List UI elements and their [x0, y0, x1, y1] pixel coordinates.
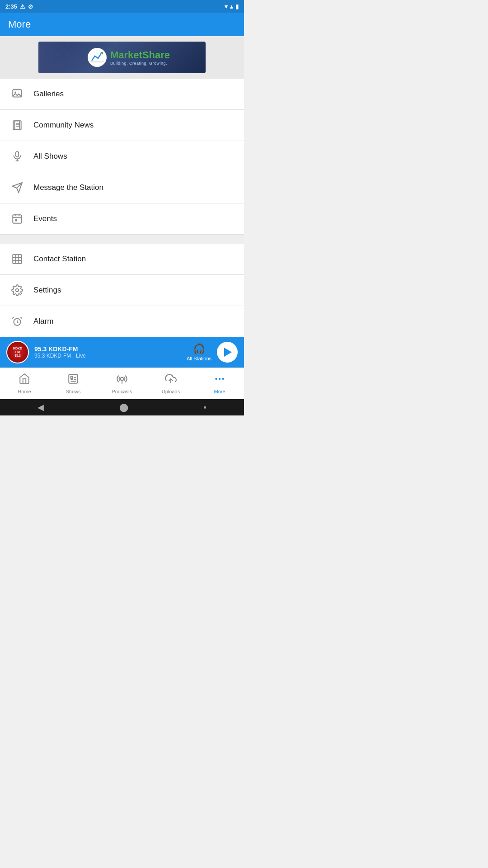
uploads-icon: [165, 373, 177, 387]
events-label: Events: [33, 214, 57, 223]
chart-icon: [88, 48, 107, 67]
svg-rect-31: [71, 377, 73, 378]
svg-line-27: [17, 322, 18, 323]
home-label: Home: [18, 389, 31, 394]
warning-icon: ⚠: [20, 3, 25, 10]
banner-text: MarketShare Building. Creating. Growing.: [110, 49, 170, 66]
newspaper-icon: [9, 117, 25, 133]
uploads-label: Uploads: [162, 389, 180, 394]
shows-label: Shows: [66, 389, 80, 394]
svg-point-41: [222, 378, 224, 380]
status-left: 2:35 ⚠ ⊘: [5, 3, 33, 10]
nav-more[interactable]: More: [195, 368, 244, 399]
page-title: More: [8, 19, 31, 30]
message-station-label: Message the Station: [33, 183, 103, 192]
settings-label: Settings: [33, 286, 61, 295]
wifi-icon: ▾: [225, 3, 228, 10]
svg-rect-30: [69, 374, 78, 383]
svg-point-24: [16, 289, 19, 292]
svg-rect-4: [13, 121, 19, 130]
menu-item-all-shows[interactable]: All Shows: [0, 141, 244, 172]
podcasts-label: Podcasts: [112, 389, 132, 394]
signal-icon: ▴: [230, 3, 233, 10]
svg-line-29: [21, 317, 22, 318]
menu-item-message-station[interactable]: Message the Station: [0, 172, 244, 203]
all-stations-button[interactable]: 🎧 All Stations: [187, 343, 211, 361]
podcasts-icon: [116, 373, 128, 387]
all-stations-label: All Stations: [187, 356, 211, 361]
svg-rect-18: [15, 219, 17, 221]
banner-bg: [38, 42, 75, 73]
market-share-banner[interactable]: MarketShare Building. Creating. Growing.: [38, 42, 206, 73]
menu-list-primary: Galleries Community News All Shows Messa…: [0, 79, 244, 235]
home-button[interactable]: ⬤: [119, 402, 128, 412]
svg-point-3: [15, 92, 16, 93]
battery-icon: ▮: [235, 3, 239, 10]
svg-point-40: [219, 378, 221, 380]
svg-line-28: [12, 317, 14, 318]
image-icon: [9, 86, 25, 102]
alarm-icon: [9, 313, 25, 330]
svg-point-39: [215, 378, 217, 380]
banner-logo: MarketShare Building. Creating. Growing.: [74, 48, 170, 67]
contact-station-label: Contact Station: [33, 255, 86, 264]
menu-item-galleries[interactable]: Galleries: [0, 79, 244, 110]
app-header: More: [0, 13, 244, 36]
alarm-label: Alarm: [33, 317, 53, 326]
shows-icon: [67, 373, 79, 387]
svg-rect-19: [13, 255, 22, 264]
banner-tagline: Building. Creating. Growing.: [110, 61, 170, 66]
station-subtitle: 95.3 KDKD-FM - Live: [34, 353, 181, 359]
sync-icon: ⊘: [28, 3, 33, 10]
now-playing-bar: KDKDFM95.3 95.3 KDKD-FM 95.3 KDKD-FM - L…: [0, 337, 244, 368]
section-divider: [0, 235, 244, 244]
back-button[interactable]: ◀: [38, 402, 44, 412]
bottom-navigation: Home Shows Podcasts Uploads More: [0, 368, 244, 399]
play-triangle-icon: [224, 348, 232, 357]
svg-rect-14: [13, 215, 22, 223]
gear-icon: [9, 282, 25, 298]
recents-button[interactable]: ▪: [203, 403, 206, 412]
svg-point-36: [121, 377, 124, 381]
home-icon: [19, 373, 30, 387]
system-nav-bar: ◀ ⬤ ▪: [0, 399, 244, 415]
station-info: 95.3 KDKD-FM 95.3 KDKD-FM - Live: [34, 345, 181, 359]
send-icon: [9, 179, 25, 196]
play-button[interactable]: [217, 342, 238, 363]
station-name: 95.3 KDKD-FM: [34, 345, 181, 353]
nav-shows[interactable]: Shows: [49, 368, 98, 399]
banner-brand: MarketShare: [110, 49, 170, 61]
building-icon: [9, 251, 25, 267]
station-logo: KDKDFM95.3: [6, 341, 29, 363]
headphones-icon: 🎧: [193, 343, 205, 355]
menu-item-alarm[interactable]: Alarm: [0, 306, 244, 337]
menu-item-contact-station[interactable]: Contact Station: [0, 244, 244, 275]
menu-item-community-news[interactable]: Community News: [0, 110, 244, 141]
nav-podcasts[interactable]: Podcasts: [98, 368, 146, 399]
svg-rect-5: [15, 121, 21, 130]
menu-item-settings[interactable]: Settings: [0, 275, 244, 306]
all-shows-label: All Shows: [33, 152, 67, 161]
galleries-label: Galleries: [33, 90, 64, 99]
status-time: 2:35: [5, 3, 17, 10]
more-label: More: [214, 389, 225, 394]
menu-item-events[interactable]: Events: [0, 203, 244, 235]
status-right: ▾ ▴ ▮: [225, 3, 239, 10]
svg-rect-9: [16, 151, 19, 157]
community-news-label: Community News: [33, 121, 94, 130]
calendar-icon: [9, 211, 25, 227]
status-bar: 2:35 ⚠ ⊘ ▾ ▴ ▮: [0, 0, 244, 13]
microphone-icon: [9, 148, 25, 165]
nav-home[interactable]: Home: [0, 368, 49, 399]
more-icon: [214, 373, 225, 387]
banner-container: MarketShare Building. Creating. Growing.: [0, 36, 244, 79]
nav-uploads[interactable]: Uploads: [146, 368, 195, 399]
menu-list-secondary: Contact Station Settings Alarm: [0, 244, 244, 337]
